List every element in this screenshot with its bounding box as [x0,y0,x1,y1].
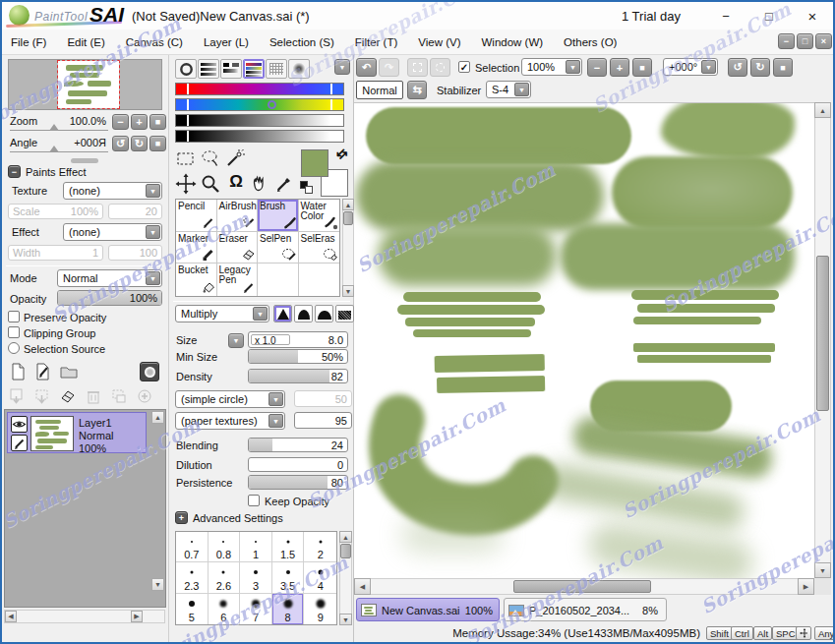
size-grid-scroll-up[interactable]: ▲ [339,531,352,543]
size-preset[interactable]: 2.6 [209,562,241,593]
nav-zoom-slider-handle[interactable] [49,124,59,131]
layer-list-scroll-down[interactable]: ▼ [151,578,164,591]
mdi-restore-button[interactable]: □ [797,33,813,49]
size-preset[interactable]: 4 [304,562,336,593]
size-preset[interactable]: 7 [240,594,272,624]
stabilizer-dropdown[interactable]: S-4▼ [486,81,531,98]
dropdown-arrow-icon[interactable]: ▼ [146,184,160,198]
rotate-canvas-tool[interactable]: Ω [224,172,248,196]
menu-edit[interactable]: Edit (E) [67,36,104,48]
tool-bucket[interactable]: Bucket [176,263,217,296]
doc-tab-active[interactable]: New Canvas.sai 100% [356,598,500,621]
hand-tool[interactable] [249,173,272,197]
brush-tip-triangle-button[interactable] [273,305,292,322]
doc-tab[interactable]: P_20160502_2034... 8% [504,598,667,621]
tool-pencil[interactable]: Pencil [176,200,217,232]
size-preset-selected[interactable]: 8 [272,594,305,624]
texture-dropdown[interactable]: (none)▼ [63,182,162,200]
dropdown-arrow-icon[interactable]: ▼ [514,83,529,96]
size-unit-dropdown[interactable]: ▼ [228,333,244,348]
brush-tip-dome-button[interactable] [294,305,313,322]
dropdown-arrow-icon[interactable]: ▼ [268,392,283,406]
advanced-settings-expand-button[interactable]: + [175,511,188,524]
rgb-sliders-button[interactable] [198,59,219,79]
view-rotate-ccw-button[interactable]: ↺ [728,58,747,77]
size-value-box[interactable]: x 1.0 8.0 [248,331,348,348]
color-bar-red-blue[interactable] [175,83,344,95]
color-bar-value-2[interactable] [175,130,344,143]
nav-zoom-in-button[interactable]: + [131,114,148,130]
clear-layer-button[interactable] [59,387,77,407]
canvas-vscroll-thumb[interactable] [816,256,829,411]
canvas-scroll-down[interactable]: ▼ [814,562,831,578]
menu-file[interactable]: File (F) [11,36,46,48]
tool-seleras[interactable]: SelEras [299,232,340,264]
swap-colors-icon[interactable]: ⇆ [332,145,350,162]
hsv-sliders-button[interactable] [220,59,242,79]
color-bar-value-1[interactable] [175,114,344,127]
brush-blend-mode-dropdown[interactable]: Multiply▼ [175,305,269,322]
layer-visibility-button[interactable] [11,416,28,433]
view-zoom-dropdown[interactable]: 100%▼ [521,58,582,76]
layer-list-scroll-right[interactable]: ▶ [131,611,143,622]
dropdown-arrow-icon[interactable]: ▼ [701,60,716,74]
panel-grip[interactable] [71,158,98,163]
dropdown-arrow-icon[interactable]: ▼ [146,271,160,285]
canvas-hscroll-thumb[interactable] [513,580,651,593]
paints-effect-collapse-button[interactable]: − [8,165,21,178]
view-zoom-reset-button[interactable]: ■ [632,58,652,77]
menu-canvas[interactable]: Canvas (C) [126,36,183,48]
view-rotate-reset-button[interactable]: ■ [773,58,793,77]
nav-zoom-reset-button[interactable]: ■ [149,114,166,130]
move-tool[interactable] [175,173,199,197]
redo-button[interactable]: ↷ [379,58,399,77]
menu-filter[interactable]: Filter (T) [355,36,397,48]
nav-rotate-ccw-button[interactable]: ↺ [112,136,129,151]
drawing-canvas[interactable] [354,102,814,578]
tool-selpen[interactable]: SelPen [258,232,299,264]
size-preset[interactable]: 6 [209,594,241,624]
zoom-tool[interactable] [200,173,223,197]
nav-rotate-cw-button[interactable]: ↻ [131,136,148,151]
tool-grid-scroll-thumb[interactable] [343,211,353,225]
swatches-button[interactable] [266,59,287,79]
tool-eraser[interactable]: Eraser [217,232,259,264]
nav-rotate-reset-button[interactable]: ■ [149,136,166,151]
layer-opacity-slider[interactable]: 100% [57,290,162,306]
mdi-minimize-button[interactable]: − [778,33,795,49]
scratchpad-button[interactable] [288,59,310,79]
menu-selection[interactable]: Selection (S) [269,36,334,48]
nav-angle-slider-handle[interactable] [49,146,59,152]
menu-window[interactable]: Window (W) [481,36,543,48]
size-preset[interactable]: 2 [304,532,336,562]
layer-paint-mode-button[interactable] [11,435,28,451]
layer-mode-dropdown[interactable]: Normal▼ [57,269,162,287]
paint-mode-button[interactable]: Normal [356,81,403,99]
magic-wand-tool[interactable] [224,147,248,171]
size-preset[interactable]: 1 [240,532,272,562]
tool-airbrush[interactable]: AirBrush [217,200,259,232]
dropdown-arrow-icon[interactable]: ▼ [146,225,160,239]
menu-layer[interactable]: Layer (L) [204,36,249,48]
color-panel-menu-button[interactable]: ▼ [334,59,350,75]
persistence-slider[interactable]: 80 [248,475,348,490]
color-wheel-button[interactable] [175,59,197,79]
merge-down-button[interactable] [33,387,51,407]
new-layer-button[interactable] [8,362,28,383]
window-minimize-button[interactable]: − [710,2,742,29]
view-zoom-out-button[interactable]: − [587,58,607,77]
new-folder-button[interactable] [59,362,79,383]
nav-zoom-slider[interactable] [10,130,108,131]
size-preset[interactable]: 3 [240,562,272,593]
view-angle-dropdown[interactable]: +000°▼ [663,58,718,76]
deselect-button[interactable] [407,58,428,77]
canvas-scroll-up[interactable]: ▲ [814,102,831,118]
tool-legacy-pen[interactable]: Legacy Pen [217,263,259,296]
layer-list-scroll-left[interactable]: ◀ [5,611,17,622]
selection-visible-checkbox[interactable]: ✓ [458,61,470,73]
size-grid-scroll-thumb[interactable] [340,544,351,558]
transfer-down-button[interactable] [8,387,26,407]
menu-view[interactable]: View (V) [418,36,460,48]
navigator-preview[interactable] [8,59,162,110]
dilution-slider[interactable]: 0 [248,457,348,472]
